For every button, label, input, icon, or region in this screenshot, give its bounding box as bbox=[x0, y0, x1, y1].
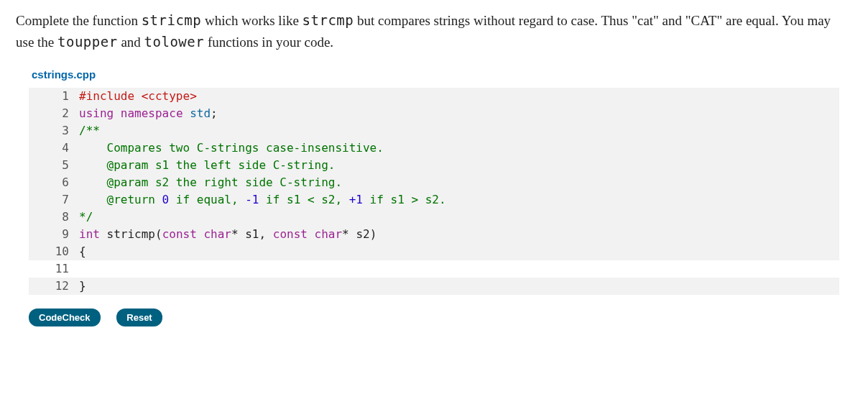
editor-row[interactable]: 1#include <cctype> bbox=[29, 88, 839, 105]
code-token: 0 bbox=[162, 193, 170, 206]
code-token: char bbox=[203, 227, 231, 241]
code-token: int bbox=[79, 227, 100, 241]
code-token: #include bbox=[79, 89, 142, 103]
editor-row[interactable]: 7 @return 0 if equal, -1 if s1 < s2, +1 … bbox=[29, 191, 839, 209]
line-number: 9 bbox=[29, 226, 79, 243]
code-line[interactable]: { bbox=[79, 243, 839, 260]
editor-row[interactable]: 2using namespace std; bbox=[29, 105, 839, 122]
problem-text-fragment: and bbox=[118, 35, 144, 50]
editor-row[interactable]: 6 @param s2 the right side C-string. bbox=[29, 174, 839, 191]
problem-text-fragment: Complete the function bbox=[16, 13, 142, 28]
inline-code: strcmp bbox=[303, 12, 354, 28]
codecheck-button[interactable]: CodeCheck bbox=[29, 309, 101, 326]
line-number: 1 bbox=[29, 88, 79, 105]
code-token: <cctype> bbox=[142, 89, 197, 103]
code-line[interactable] bbox=[79, 260, 839, 278]
line-number: 4 bbox=[29, 140, 79, 157]
filename-label: cstrings.cpp bbox=[32, 67, 852, 83]
code-token: stricmp bbox=[107, 227, 155, 241]
problem-text-fragment: which works like bbox=[201, 13, 302, 28]
code-token: @return bbox=[79, 193, 162, 206]
line-number: 3 bbox=[29, 122, 79, 140]
line-number: 8 bbox=[29, 209, 79, 226]
code-token: const bbox=[162, 227, 197, 241]
code-line[interactable]: int stricmp(const char* s1, const char* … bbox=[79, 226, 839, 243]
code-token: * s2) bbox=[342, 227, 377, 241]
code-line[interactable]: #include <cctype> bbox=[79, 88, 839, 105]
code-line[interactable]: @param s2 the right side C-string. bbox=[79, 174, 839, 191]
code-token: using bbox=[79, 106, 114, 120]
inline-code: stricmp bbox=[142, 12, 202, 28]
code-line[interactable]: Compares two C-strings case-insensitive. bbox=[79, 140, 839, 157]
code-line[interactable]: */ bbox=[79, 209, 839, 226]
code-token: if s1 < s2, bbox=[259, 193, 348, 206]
code-token: @param s1 the left side C-string. bbox=[79, 158, 335, 172]
editor-row[interactable]: 3/** bbox=[29, 122, 839, 140]
code-token: @param s2 the right side C-string. bbox=[79, 175, 342, 189]
code-line[interactable]: @return 0 if equal, -1 if s1 < s2, +1 if… bbox=[79, 191, 839, 209]
editor-row[interactable]: 4 Compares two C-strings case-insensitiv… bbox=[29, 140, 839, 157]
code-token: /** bbox=[79, 124, 100, 137]
code-token: * s1, bbox=[231, 227, 273, 241]
code-token: -1 bbox=[245, 193, 259, 206]
code-token bbox=[114, 106, 121, 120]
code-token: ( bbox=[155, 227, 162, 241]
code-line[interactable]: @param s1 the left side C-string. bbox=[79, 157, 839, 174]
code-token: ; bbox=[211, 106, 218, 120]
line-number: 5 bbox=[29, 157, 79, 174]
problem-text-fragment: functions in your code. bbox=[204, 35, 333, 50]
editor-row[interactable]: 5 @param s1 the left side C-string. bbox=[29, 157, 839, 174]
line-number: 7 bbox=[29, 191, 79, 209]
inline-code: toupper bbox=[57, 34, 118, 50]
code-line[interactable]: } bbox=[79, 278, 839, 295]
code-token: if s1 > s2. bbox=[363, 193, 446, 206]
line-number: 12 bbox=[29, 278, 79, 295]
line-number: 2 bbox=[29, 105, 79, 122]
line-number: 11 bbox=[29, 260, 79, 278]
code-token: if equal, bbox=[169, 193, 245, 206]
code-token: char bbox=[315, 227, 343, 241]
code-token: const bbox=[273, 227, 308, 241]
line-number: 6 bbox=[29, 174, 79, 191]
code-token: Compares two C-strings case-insensitive. bbox=[79, 141, 384, 155]
code-token bbox=[183, 106, 190, 120]
editor-row[interactable]: 10{ bbox=[29, 243, 839, 260]
code-line[interactable]: using namespace std; bbox=[79, 105, 839, 122]
code-editor[interactable]: 1#include <cctype>2using namespace std;3… bbox=[29, 88, 839, 295]
code-token: */ bbox=[79, 210, 93, 224]
code-token bbox=[308, 227, 315, 241]
button-row: CodeCheck Reset bbox=[29, 306, 852, 327]
reset-button[interactable]: Reset bbox=[116, 309, 162, 326]
inline-code: tolower bbox=[144, 34, 205, 50]
problem-statement: Complete the function stricmp which work… bbox=[16, 10, 852, 52]
code-token bbox=[100, 227, 107, 241]
code-token: std bbox=[190, 106, 211, 120]
line-number: 10 bbox=[29, 243, 79, 260]
code-token: +1 bbox=[349, 193, 363, 206]
code-line[interactable]: /** bbox=[79, 122, 839, 140]
editor-row[interactable]: 8*/ bbox=[29, 209, 839, 226]
editor-row[interactable]: 9int stricmp(const char* s1, const char*… bbox=[29, 226, 839, 243]
editor-row[interactable]: 12} bbox=[29, 278, 839, 295]
code-token: namespace bbox=[121, 106, 183, 120]
code-token bbox=[197, 227, 204, 241]
editor-row[interactable]: 11 bbox=[29, 260, 839, 278]
code-token: { bbox=[79, 245, 86, 258]
code-token: } bbox=[79, 279, 86, 293]
